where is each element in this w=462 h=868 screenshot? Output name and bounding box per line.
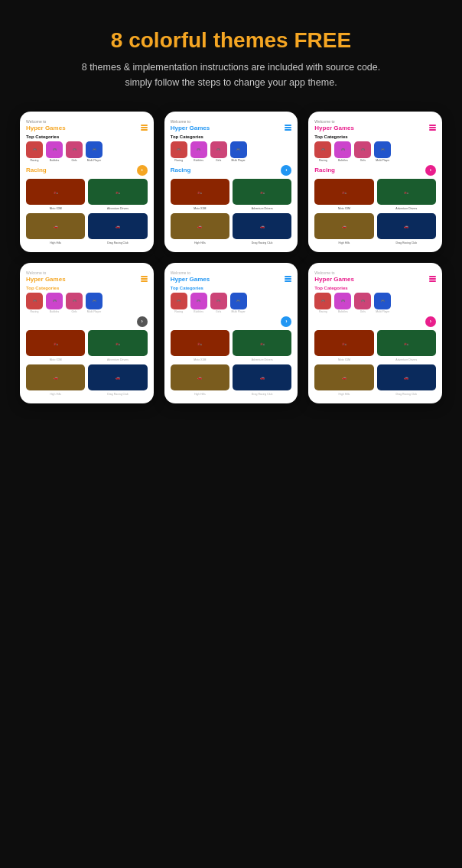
game-item: 🚗 Drag Racing Club (233, 213, 291, 245)
arrow-button[interactable]: › (281, 165, 291, 176)
welcome-text: Welcome to (314, 270, 436, 275)
categories-row: 🎮 Racing 🎮 Bubbles 🎮 Girls 🎮 Multi Playe… (171, 141, 292, 162)
top-categories-title: Top Categories (171, 134, 292, 139)
phone-card-1: Welcome to Hyper Games Top Categories 🎮 … (20, 112, 154, 252)
racing-title: Racing (26, 167, 47, 173)
arrow-button[interactable]: › (281, 316, 291, 327)
racing-header: Racing › (171, 316, 292, 327)
welcome-text: Welcome to (171, 270, 292, 275)
racing-header: Racing › (26, 316, 148, 327)
app-title: Hyper Games (171, 125, 292, 131)
category-item: 🎮 Bubbles (46, 293, 63, 313)
game-item: 🏍️ Adventure Drivers (88, 330, 147, 361)
game-item: 🏍️ Adventure Drivers (88, 179, 147, 210)
game-item: 🚗 Drag Racing Club (377, 364, 436, 396)
categories-row: 🎮 Racing 🎮 Bubbles 🎮 Girls 🎮 Multi Playe… (26, 141, 148, 162)
menu-icon[interactable] (285, 125, 291, 131)
welcome-text: Welcome to (26, 119, 148, 124)
category-item: 🎮 Girls (66, 141, 83, 162)
game-item: 🏍️ Adventure Drivers (233, 330, 291, 361)
game-item: 🏍️ Adventure Drivers (233, 179, 291, 210)
category-item: 🎮 Bubbles (190, 293, 207, 313)
racing-header: Racing › (26, 165, 148, 176)
racing-title: Racing (171, 318, 191, 325)
racing-title: Racing (314, 318, 335, 325)
racing-header: Racing › (314, 165, 436, 176)
title-highlight: FREE (294, 28, 351, 52)
game-item: 🏍️ Moto X3M (26, 179, 85, 210)
game-item: 🚗 Drag Racing Club (377, 213, 436, 245)
welcome-text: Welcome to (314, 119, 436, 124)
phone-card-3: Welcome to Hyper Games Top Categories 🎮 … (308, 112, 442, 252)
games-grid: 🏍️ Moto X3M 🏍️ Adventure Drivers 🚗 High … (171, 330, 292, 396)
menu-icon[interactable] (285, 276, 291, 282)
category-item: 🎮 Girls (354, 293, 371, 313)
app-title: Hyper Games (314, 276, 436, 283)
header: 8 colorful themes FREE 8 themes & implem… (0, 0, 462, 112)
title-regular: 8 colorful themes (111, 28, 294, 52)
menu-icon[interactable] (141, 276, 148, 282)
game-item: 🏍️ Moto X3M (26, 330, 85, 361)
category-item: 🎮 Bubbles (46, 141, 63, 162)
game-item: 🏍️ Moto X3M (171, 330, 229, 361)
racing-title: Racing (314, 167, 335, 173)
game-item: 🚗 High Hills (314, 364, 373, 396)
games-grid: 🏍️ Moto X3M 🏍️ Adventure Drivers 🚗 High … (314, 179, 436, 245)
category-item: 🎮 Girls (210, 293, 227, 313)
arrow-button[interactable]: › (137, 165, 148, 176)
racing-title: Racing (26, 318, 47, 325)
menu-icon[interactable] (141, 125, 148, 131)
arrow-button[interactable]: › (425, 165, 436, 176)
menu-icon[interactable] (429, 125, 436, 131)
app-title: Hyper Games (171, 276, 292, 283)
game-item: 🚗 Drag Racing Club (233, 364, 291, 396)
category-item: 🎮 Multi Player (374, 293, 391, 313)
categories-row: 🎮 Racing 🎮 Bubbles 🎮 Girls 🎮 Multi Playe… (171, 293, 292, 313)
games-grid: 🏍️ Moto X3M 🏍️ Adventure Drivers 🚗 High … (26, 330, 148, 396)
game-item: 🏍️ Adventure Drivers (377, 179, 436, 210)
category-item: 🎮 Multi Player (230, 141, 247, 162)
game-item: 🏍️ Moto X3M (314, 179, 373, 210)
category-item: 🎮 Racing (26, 141, 43, 162)
game-item: 🚗 Drag Racing Club (88, 364, 147, 396)
game-item: 🚗 High Hills (171, 364, 229, 396)
top-categories-title: Top Categories (314, 286, 436, 290)
phone-card-6: Welcome to Hyper Games Top Categories 🎮 … (308, 263, 442, 403)
games-grid: 🏍️ Moto X3M 🏍️ Adventure Drivers 🚗 High … (171, 179, 292, 245)
game-item: 🚗 High Hills (26, 213, 85, 245)
top-categories-title: Top Categories (314, 134, 436, 139)
game-item: 🏍️ Adventure Drivers (377, 330, 436, 361)
category-item: 🎮 Racing (171, 141, 187, 162)
themes-grid: Welcome to Hyper Games Top Categories 🎮 … (0, 112, 462, 426)
category-item: 🎮 Racing (171, 293, 187, 313)
arrow-button[interactable]: › (137, 316, 148, 327)
category-item: 🎮 Multi Player (374, 141, 391, 162)
racing-title: Racing (171, 167, 191, 173)
menu-icon[interactable] (429, 276, 436, 282)
arrow-button[interactable]: › (425, 316, 436, 327)
app-title: Hyper Games (314, 125, 436, 131)
phone-card-2: Welcome to Hyper Games Top Categories 🎮 … (164, 112, 298, 252)
games-grid: 🏍️ Moto X3M 🏍️ Adventure Drivers 🚗 High … (26, 179, 148, 245)
category-item: 🎮 Racing (26, 293, 43, 313)
categories-row: 🎮 Racing 🎮 Bubbles 🎮 Girls 🎮 Multi Playe… (26, 293, 148, 313)
game-item: 🚗 High Hills (314, 213, 373, 245)
subtitle: 8 themes & implementation instructions a… (31, 60, 431, 90)
game-item: 🚗 Drag Racing Club (88, 213, 147, 245)
category-item: 🎮 Bubbles (334, 293, 351, 313)
game-item: 🏍️ Moto X3M (171, 179, 229, 210)
category-item: 🎮 Girls (66, 293, 83, 313)
category-item: 🎮 Bubbles (190, 141, 207, 162)
racing-header: Racing › (314, 316, 436, 327)
games-grid: 🏍️ Moto X3M 🏍️ Adventure Drivers 🚗 High … (314, 330, 436, 396)
category-item: 🎮 Multi Player (230, 293, 247, 313)
top-categories-title: Top Categories (26, 286, 148, 290)
welcome-text: Welcome to (26, 270, 148, 275)
game-item: 🏍️ Moto X3M (314, 330, 373, 361)
category-item: 🎮 Multi Player (86, 141, 102, 162)
game-item: 🚗 High Hills (171, 213, 229, 245)
phone-card-5: Welcome to Hyper Games Top Categories 🎮 … (164, 263, 298, 403)
category-item: 🎮 Bubbles (334, 141, 351, 162)
categories-row: 🎮 Racing 🎮 Bubbles 🎮 Girls 🎮 Multi Playe… (314, 141, 436, 162)
phone-card-4: Welcome to Hyper Games Top Categories 🎮 … (20, 263, 154, 403)
